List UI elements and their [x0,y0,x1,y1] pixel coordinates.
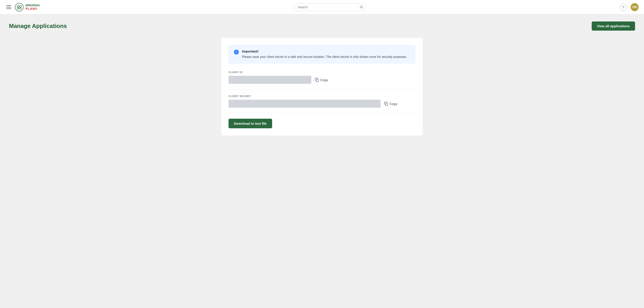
card: i Important! Please save your client sec… [222,38,422,135]
avatar-initials: HN [632,5,637,9]
logo-plan-text: PLAN® [26,7,40,10]
svg-point-1 [17,5,19,7]
logo: attention PLAN® [15,3,40,12]
search-container [294,3,366,11]
client-secret-value [228,100,380,108]
svg-point-4 [20,7,21,9]
alert-box: i Important! Please save your client sec… [228,45,416,64]
page-header: Manage Applications View all application… [9,21,635,31]
svg-point-3 [17,7,19,9]
copy-icon [315,78,319,82]
client-secret-label: CLIENT SECRET [228,95,416,97]
svg-point-0 [15,3,23,11]
logo-attention-text: attention [26,3,40,7]
alert-content: Important! Please save your client secre… [242,49,410,59]
client-secret-row: Copy [228,100,416,108]
search-icon [360,5,363,9]
logo-text: attention PLAN® [26,3,40,10]
svg-rect-12 [386,103,388,105]
info-circle-icon: i [234,50,239,54]
svg-rect-11 [316,79,318,82]
alert-icon-container: i [234,50,239,59]
divider-2 [228,113,416,113]
alert-title: Important! [242,49,410,53]
main-content: Manage Applications View all application… [0,14,644,143]
svg-point-2 [20,5,22,7]
avatar[interactable]: HN [630,3,639,11]
help-icon: ? [622,5,624,9]
client-id-copy-button[interactable]: Copy [315,78,328,82]
search-button[interactable] [360,5,363,9]
download-to-text-file-button[interactable]: Download to text file [228,119,272,128]
client-secret-section: CLIENT SECRET Copy [228,95,416,108]
client-id-section: CLIENT ID Copy [228,71,416,84]
svg-line-10 [362,7,363,8]
client-secret-copy-button[interactable]: Copy [384,102,397,106]
view-all-applications-button[interactable]: View all applications [592,21,635,31]
logo-icon [15,3,24,12]
search-input[interactable] [294,3,366,11]
menu-icon[interactable] [5,4,12,10]
header: attention PLAN® ? HN [0,0,644,14]
header-center [40,3,620,11]
alert-text: Please save your client secret in a safe… [242,54,410,59]
client-id-label: CLIENT ID [228,71,416,73]
divider-1 [228,89,416,89]
copy-icon [384,102,388,106]
header-right: ? HN [620,3,639,11]
client-id-value [228,76,311,84]
page-title: Manage Applications [9,22,67,29]
help-button[interactable]: ? [620,3,627,11]
client-id-row: Copy [228,76,416,84]
client-id-copy-label: Copy [320,78,328,82]
client-secret-copy-label: Copy [390,102,397,106]
header-left: attention PLAN® [5,3,40,12]
